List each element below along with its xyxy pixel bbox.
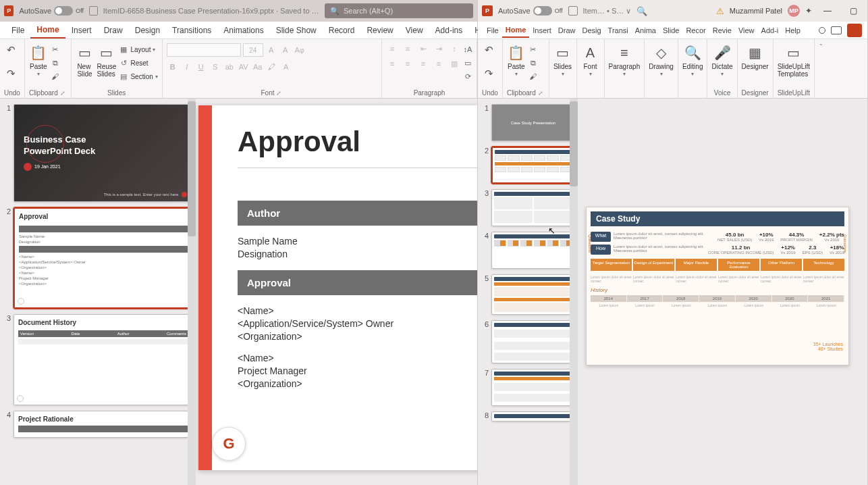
tab-home[interactable]: Home xyxy=(30,22,65,39)
format-painter-button[interactable]: 🖌 xyxy=(528,70,538,82)
font-dialog-launcher[interactable]: ⤢ xyxy=(276,90,283,97)
r-thumbnail-5[interactable] xyxy=(491,274,575,315)
reuse-slides-button[interactable]: ▭Reuse Slides xyxy=(97,43,117,78)
autosave-toggle[interactable] xyxy=(54,6,73,16)
tab-slideshow[interactable]: Slide Show xyxy=(270,23,323,38)
document-title[interactable]: Item… • S… ∨ xyxy=(583,7,632,16)
thumb-scrollbar[interactable] xyxy=(570,99,578,485)
align-center-button[interactable]: ≡ xyxy=(402,58,414,69)
tab-addins[interactable]: Add-i xyxy=(758,24,782,37)
user-avatar[interactable]: MP xyxy=(788,5,800,17)
r-thumbnail-1[interactable]: Case Study Presentation xyxy=(491,104,575,141)
thumbnail-1[interactable]: Business Case PowerPoint Deck 19 Jan 202… xyxy=(13,104,193,202)
main-slide[interactable]: Approval Author Sample Name Designation … xyxy=(198,105,477,470)
slide-title[interactable]: Approval xyxy=(238,126,477,158)
tab-help[interactable]: Help xyxy=(782,24,804,37)
layout-button[interactable]: ▦Layout▾ xyxy=(119,43,157,55)
decrease-font-icon[interactable]: A xyxy=(279,44,292,56)
tab-review[interactable]: Revie xyxy=(709,24,735,37)
thumb-scrollbar[interactable] xyxy=(188,99,196,485)
r-thumbnail-3[interactable] xyxy=(491,189,575,226)
tab-insert[interactable]: Insert xyxy=(529,24,555,37)
font-name-input[interactable] xyxy=(167,43,241,57)
tab-design[interactable]: Design xyxy=(129,23,166,38)
present-icon[interactable] xyxy=(831,26,842,34)
strike-button[interactable]: S xyxy=(209,61,221,73)
tab-design[interactable]: Desig xyxy=(578,24,604,37)
r-thumbnail-4[interactable] xyxy=(491,232,575,269)
numbering-button[interactable]: ≡ xyxy=(402,43,414,54)
tab-file[interactable]: File xyxy=(483,24,502,37)
maximize-button[interactable]: ▢ xyxy=(843,1,863,20)
share-button[interactable] xyxy=(847,24,862,37)
tab-addins[interactable]: Add-ins xyxy=(429,23,469,38)
copy-button[interactable]: ⧉ xyxy=(51,57,60,69)
highlight-button[interactable]: 🖍 xyxy=(266,61,278,73)
tab-draw[interactable]: Draw xyxy=(555,24,579,37)
approval-block-2[interactable]: <Name> Project Manager <Organization> xyxy=(238,352,477,390)
tab-home[interactable]: Home xyxy=(502,23,530,38)
user-name[interactable]: Muzammil Patel xyxy=(730,7,782,15)
font-size-input[interactable]: 24 xyxy=(243,43,263,57)
thumbnail-3[interactable]: Document History VersionDateAuthorCommen… xyxy=(13,314,193,405)
italic-button[interactable]: I xyxy=(181,61,193,73)
search-icon[interactable]: 🔍 xyxy=(636,6,647,16)
autosave-toggle[interactable] xyxy=(533,6,552,16)
tab-record[interactable]: Record xyxy=(323,23,361,38)
text-direction-button[interactable]: ↕A xyxy=(463,43,472,55)
slides-button[interactable]: ▭Slides▾ xyxy=(553,43,572,77)
slideuplift-button[interactable]: ▭SlideUpLift Templates xyxy=(778,43,810,78)
tab-transitions[interactable]: Transi xyxy=(605,24,632,37)
autosave-group[interactable]: AutoSave Off xyxy=(19,6,84,16)
clipboard-dialog-launcher[interactable]: ⤢ xyxy=(538,90,545,97)
tab-animations[interactable]: Animations xyxy=(217,23,269,38)
save-icon[interactable] xyxy=(568,6,578,16)
indent-inc-button[interactable]: ⇥ xyxy=(433,43,445,54)
ribbon-collapse[interactable]: ⌄ xyxy=(815,39,828,98)
align-left-button[interactable]: ≡ xyxy=(386,58,398,69)
r-thumbnail-6[interactable] xyxy=(491,320,575,363)
tab-slideshow[interactable]: Slide xyxy=(659,24,682,37)
case-button[interactable]: Aa xyxy=(252,61,264,73)
paragraph-button[interactable]: ≡Paragraph▾ xyxy=(609,43,641,77)
tab-record[interactable]: Recor xyxy=(682,24,709,37)
undo-button[interactable]: ↶ xyxy=(4,43,18,57)
align-text-button[interactable]: ▭ xyxy=(463,57,472,69)
bold-button[interactable]: B xyxy=(167,61,179,73)
settings-spark-icon[interactable]: ✦ xyxy=(805,6,812,16)
font-color-button[interactable]: A xyxy=(280,61,292,73)
record-icon[interactable] xyxy=(819,27,825,34)
clear-format-icon[interactable]: Aφ xyxy=(294,44,306,56)
autosave-group[interactable]: AutoSave Off xyxy=(498,6,563,16)
underline-button[interactable]: U xyxy=(195,61,207,73)
new-slide-button[interactable]: ▭New Slide xyxy=(76,43,94,78)
paste-button[interactable]: 📋Paste▾ xyxy=(507,43,526,77)
tab-transitions[interactable]: Transitions xyxy=(166,23,217,38)
slide-thumbnails-right[interactable]: 1Case Study Presentation 2↖ 3 4 5 6 7 8 xyxy=(478,99,578,485)
approval-block-1[interactable]: <Name> <Application/Service/System> Owne… xyxy=(238,305,477,343)
author-header[interactable]: Author xyxy=(238,201,477,226)
smartart-button[interactable]: ⟳ xyxy=(463,70,472,82)
editing-button[interactable]: 🔍Editing▾ xyxy=(682,43,703,77)
slide-editor-left[interactable]: Approval Author Sample Name Designation … xyxy=(196,99,477,485)
dictate-button[interactable]: 🎤Dictate▾ xyxy=(711,43,732,77)
shadow-button[interactable]: ab xyxy=(223,61,236,73)
cut-button[interactable]: ✂ xyxy=(528,43,538,55)
undo-button[interactable]: ↶ xyxy=(482,43,495,57)
tab-view[interactable]: View xyxy=(400,23,429,38)
justify-button[interactable]: ≡ xyxy=(433,58,445,69)
spacing-button[interactable]: AV xyxy=(238,61,250,73)
r-thumbnail-7[interactable] xyxy=(491,369,575,406)
case-title[interactable]: Case Study xyxy=(591,211,844,226)
search-box[interactable]: 🔍 Search (Alt+Q) xyxy=(325,3,473,18)
tab-insert[interactable]: Insert xyxy=(65,23,98,38)
format-painter-button[interactable]: 🖌 xyxy=(51,70,60,82)
bullets-button[interactable]: ≡ xyxy=(386,43,398,54)
tab-view[interactable]: View xyxy=(735,24,758,37)
indent-dec-button[interactable]: ⇤ xyxy=(417,43,429,54)
drawing-button[interactable]: ◇Drawing▾ xyxy=(649,43,674,77)
tab-review[interactable]: Review xyxy=(360,23,399,38)
approval-header[interactable]: Approval xyxy=(238,270,477,295)
g-badge[interactable]: G xyxy=(212,427,246,461)
paste-button[interactable]: 📋Paste▾ xyxy=(29,43,48,77)
